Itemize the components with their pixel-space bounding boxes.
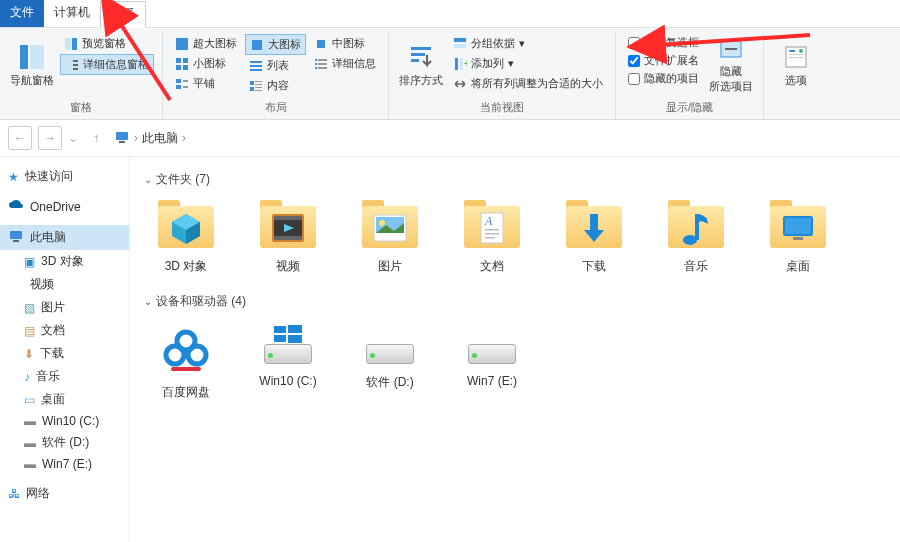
hide-selected-button[interactable]: 隐藏 所选项目: [707, 34, 755, 94]
sidebar-win10-drive[interactable]: ▬Win10 (C:): [0, 411, 129, 431]
svg-rect-48: [116, 132, 128, 140]
svg-rect-30: [315, 63, 317, 65]
small-icons-icon: [175, 57, 189, 71]
breadcrumb-root[interactable]: 此电脑: [142, 130, 178, 147]
file-ext-checkbox[interactable]: [628, 55, 640, 67]
folder-music[interactable]: 音乐: [654, 196, 738, 275]
folder-desktop[interactable]: 桌面: [756, 196, 840, 275]
cloud-icon: [8, 199, 24, 214]
layout-extra-large[interactable]: 超大图标: [171, 34, 241, 53]
size-all-label: 将所有列调整为合适的大小: [471, 76, 603, 91]
sidebar-music[interactable]: ♪音乐: [0, 365, 129, 388]
up-button[interactable]: ↑: [84, 126, 108, 150]
drive-label: Win7 (E:): [467, 374, 517, 388]
svg-rect-29: [318, 59, 327, 61]
show-hide-group-label: 显示/隐藏: [666, 98, 713, 119]
svg-marker-70: [584, 230, 604, 242]
document-icon: ▤: [24, 324, 35, 338]
sidebar-documents[interactable]: ▤文档: [0, 319, 129, 342]
sort-icon: [405, 41, 437, 73]
add-column-label: 添加列: [471, 56, 504, 71]
folder-downloads[interactable]: 下载: [552, 196, 636, 275]
layout-large[interactable]: 大图标: [245, 34, 306, 55]
tab-computer[interactable]: 计算机: [44, 0, 100, 27]
sidebar-3d-objects[interactable]: ▣3D 对象: [0, 250, 129, 273]
sidebar-win7-drive[interactable]: ▬Win7 (E:): [0, 454, 129, 474]
drive-win7[interactable]: Win7 (E:): [450, 318, 534, 401]
sidebar-pictures[interactable]: ▧图片: [0, 296, 129, 319]
sidebar-videos[interactable]: 视频: [0, 273, 129, 296]
drive-icon: ▬: [24, 457, 36, 471]
item-check-checkbox[interactable]: [628, 37, 640, 49]
devices-section-header[interactable]: ⌄ 设备和驱动器 (4): [144, 293, 886, 310]
folder-3d-objects[interactable]: 3D 对象: [144, 196, 228, 275]
hidden-items[interactable]: 隐藏的项目: [624, 70, 703, 87]
back-button[interactable]: ←: [8, 126, 32, 150]
sort-button[interactable]: 排序方式: [397, 34, 445, 94]
group-by-button[interactable]: 分组依据 ▾: [449, 34, 607, 53]
sidebar-onedrive-label: OneDrive: [30, 200, 81, 214]
drive-baidu[interactable]: 百度网盘: [144, 318, 228, 401]
layout-group-label: 布局: [265, 98, 287, 119]
folder-documents[interactable]: A 文档: [450, 196, 534, 275]
file-extensions[interactable]: 文件扩展名: [624, 52, 703, 69]
folder-icon: A: [460, 196, 524, 252]
layout-tiles[interactable]: 平铺: [171, 74, 241, 93]
preview-pane-button[interactable]: 预览窗格: [60, 34, 154, 53]
tab-view[interactable]: 查看: [100, 1, 146, 28]
folders-section-header[interactable]: ⌄ 文件夹 (7): [144, 171, 886, 188]
svg-rect-38: [454, 44, 466, 48]
layout-list[interactable]: 列表: [245, 56, 306, 75]
drives-grid: 百度网盘 Win10 (C:) 软件 (D:) Win7 (E:): [144, 318, 886, 401]
drive-win10[interactable]: Win10 (C:): [246, 318, 330, 401]
this-pc-icon: [8, 228, 24, 247]
svg-rect-46: [789, 57, 803, 58]
drive-soft[interactable]: 软件 (D:): [348, 318, 432, 401]
sidebar-quick-access[interactable]: ★快速访问: [0, 165, 129, 188]
details-pane-button[interactable]: 详细信息窗格: [60, 54, 154, 75]
hidden-items-checkbox[interactable]: [628, 73, 640, 85]
layout-content-label: 内容: [267, 78, 289, 93]
sidebar-onedrive[interactable]: OneDrive: [0, 196, 129, 217]
ribbon-group-current-view: 排序方式 分组依据 ▾ +添加列 ▾ 将所有列调整为合适的大小 当前视图: [389, 32, 616, 119]
folder-icon: [562, 196, 626, 252]
layout-details-label: 详细信息: [332, 56, 376, 71]
sidebar-soft-drive[interactable]: ▬软件 (D:): [0, 431, 129, 454]
breadcrumb-sep: ›: [182, 131, 186, 145]
sidebar-downloads[interactable]: ⬇下载: [0, 342, 129, 365]
svg-rect-37: [454, 38, 466, 42]
recent-dropdown[interactable]: ⌄: [68, 131, 78, 145]
sidebar-network[interactable]: 🖧网络: [0, 482, 129, 505]
layout-medium[interactable]: 中图标: [310, 34, 380, 53]
svg-rect-58: [274, 236, 302, 240]
folder-pictures[interactable]: 图片: [348, 196, 432, 275]
folder-label: 3D 对象: [165, 258, 208, 275]
tab-file[interactable]: 文件: [0, 0, 44, 27]
sidebar-this-pc[interactable]: 此电脑: [0, 225, 129, 250]
folder-videos[interactable]: 视频: [246, 196, 330, 275]
preview-pane-label: 预览窗格: [82, 36, 126, 51]
options-button[interactable]: 选项: [772, 34, 820, 94]
sidebar-desktop[interactable]: ▭桌面: [0, 388, 129, 411]
svg-rect-68: [485, 237, 495, 239]
item-check-boxes[interactable]: 项目复选框: [624, 34, 703, 51]
svg-rect-2: [65, 38, 71, 50]
add-column-button[interactable]: +添加列 ▾: [449, 54, 607, 73]
layout-large-label: 大图标: [268, 37, 301, 52]
svg-rect-83: [288, 335, 302, 343]
layout-small[interactable]: 小图标: [171, 54, 241, 73]
chevron-down-icon: ⌄: [144, 174, 152, 185]
sidebar-quick-access-label: 快速访问: [25, 168, 73, 185]
download-icon: ⬇: [24, 347, 34, 361]
svg-rect-50: [10, 231, 22, 239]
forward-button[interactable]: →: [38, 126, 62, 150]
layout-content[interactable]: 内容: [245, 76, 306, 95]
nav-pane-button[interactable]: 导航窗格: [8, 34, 56, 94]
sidebar-desktop-label: 桌面: [41, 391, 65, 408]
svg-rect-19: [250, 65, 262, 67]
sidebar-win7-label: Win7 (E:): [42, 457, 92, 471]
drive-label: 软件 (D:): [366, 374, 413, 391]
layout-details[interactable]: 详细信息: [310, 54, 380, 73]
breadcrumb[interactable]: › 此电脑 ›: [114, 129, 186, 148]
size-all-columns-button[interactable]: 将所有列调整为合适的大小: [449, 74, 607, 93]
